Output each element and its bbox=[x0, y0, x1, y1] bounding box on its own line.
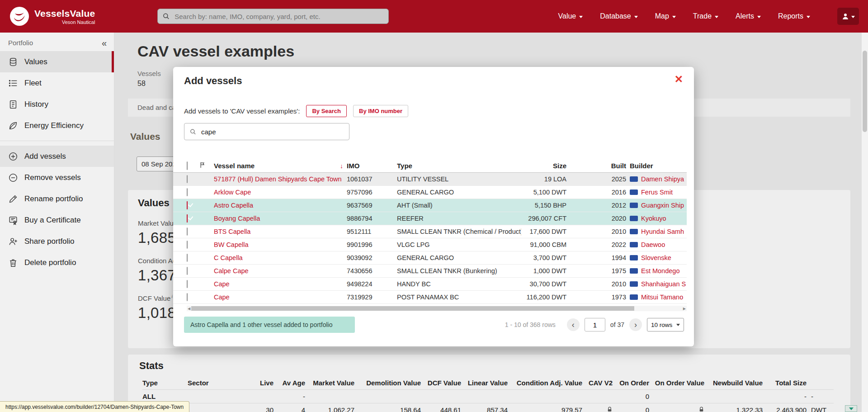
table-row[interactable]: Cape 7319929 POST PANAMAX BC 116,200 DWT… bbox=[173, 291, 687, 304]
builder-link[interactable]: Est Mondego bbox=[641, 267, 679, 275]
sidebar-item-buy-certificate[interactable]: Buy a Certificate bbox=[0, 209, 114, 231]
vessel-size: 5,150 BHP bbox=[521, 202, 566, 209]
builder-link[interactable]: Mitsui Tamano bbox=[641, 294, 683, 301]
builder-link[interactable]: Shanhaiguan S bbox=[641, 280, 686, 288]
horizontal-scrollbar-thumb[interactable] bbox=[191, 306, 634, 311]
sidebar-item-values[interactable]: Values bbox=[0, 51, 114, 72]
vessel-search-box[interactable] bbox=[184, 123, 349, 140]
select-all-checkbox[interactable] bbox=[187, 161, 188, 170]
builder-link[interactable]: Hyundai Samh bbox=[641, 228, 684, 235]
table-row[interactable]: C Capella 9039092 GENERAL CARGO 3,700 DW… bbox=[173, 251, 687, 265]
rows-per-page-select[interactable]: 10 rows bbox=[647, 318, 684, 331]
builder-flag-icon bbox=[630, 281, 638, 287]
vessel-imo: 1061037 bbox=[347, 175, 397, 183]
row-checkbox[interactable] bbox=[187, 188, 188, 196]
sidebar-item-remove-vessels[interactable]: Remove vessels bbox=[0, 167, 114, 188]
nav-reports[interactable]: Reports bbox=[778, 12, 810, 20]
horizontal-scrollbar[interactable]: ◀ ▶ bbox=[187, 306, 687, 311]
vessel-built: 1994 bbox=[566, 254, 630, 261]
vessel-name-link[interactable]: Arklow Cape bbox=[214, 189, 251, 196]
modal-title: Add vessels bbox=[184, 75, 242, 87]
builder-link[interactable]: Daewoo bbox=[641, 241, 665, 248]
nav-map[interactable]: Map bbox=[655, 12, 676, 20]
global-search[interactable] bbox=[157, 9, 389, 24]
vessel-name-link[interactable]: C Capella bbox=[214, 254, 243, 261]
nav-value[interactable]: Value bbox=[558, 12, 583, 20]
table-row[interactable]: BTS Capella 9512111 SMALL CLEAN TNKR (Ch… bbox=[173, 225, 687, 238]
builder-flag-icon bbox=[630, 294, 638, 300]
vessel-name-link[interactable]: BW Capella bbox=[214, 241, 249, 248]
vessel-name-link[interactable]: 571877 (Hull) Damen Shipyards Cape Town bbox=[214, 175, 342, 183]
nav-trade[interactable]: Trade bbox=[693, 12, 718, 20]
scroll-right-icon[interactable]: ▶ bbox=[682, 307, 687, 311]
sidebar-item-history[interactable]: History bbox=[0, 94, 114, 115]
close-icon[interactable]: ✕ bbox=[675, 73, 683, 85]
column-header-builder[interactable]: Builder bbox=[630, 162, 687, 170]
column-header-built[interactable]: Built bbox=[566, 162, 630, 170]
pagination-range: 1 - 10 of 368 rows bbox=[505, 321, 556, 328]
table-row[interactable]: Calpe Cape 7430656 SMALL CLEAN TNKR (Bun… bbox=[173, 265, 687, 278]
sidebar-item-rename-portfolio[interactable]: Rename portfolio bbox=[0, 188, 114, 209]
table-row[interactable]: Astro Capella 9637569 AHT (Small) 5,150 … bbox=[173, 199, 687, 212]
row-checkbox[interactable] bbox=[187, 227, 188, 236]
table-row[interactable]: Cape 9498224 HANDY BC 30,700 DWT 2010 Sh… bbox=[173, 278, 687, 291]
global-search-input[interactable] bbox=[174, 12, 383, 21]
values-icon bbox=[8, 57, 18, 67]
by-imo-number-button[interactable]: By IMO number bbox=[353, 105, 408, 117]
sidebar-item-add-vessels[interactable]: Add vessels bbox=[0, 146, 114, 167]
table-row[interactable]: Boyang Capella 9886794 REEFER 296,007 CF… bbox=[173, 212, 687, 225]
column-header-size[interactable]: Size bbox=[521, 162, 566, 170]
vessel-name-link[interactable]: Cape bbox=[214, 294, 230, 301]
builder-link[interactable]: Ferus Smit bbox=[641, 189, 673, 196]
column-header-imo[interactable]: IMO bbox=[347, 162, 397, 170]
row-checkbox[interactable] bbox=[187, 254, 188, 262]
table-row[interactable]: BW Capella 9901996 VLGC LPG 91,000 CBM 2… bbox=[173, 238, 687, 251]
vessel-imo: 9039092 bbox=[347, 254, 397, 261]
vessel-name-link[interactable]: Calpe Cape bbox=[214, 267, 249, 275]
vessel-name-link[interactable]: Cape bbox=[214, 280, 230, 288]
sidebar-item-share-portfolio[interactable]: Share portfolio bbox=[0, 231, 114, 252]
vessel-name-link[interactable]: BTS Capella bbox=[214, 228, 250, 235]
column-header-vessel-name[interactable]: Vessel name↓ bbox=[214, 162, 347, 170]
by-search-button[interactable]: By Search bbox=[306, 105, 347, 117]
vertical-scrollbar-thumb[interactable] bbox=[863, 51, 867, 132]
sidebar-title: Portfolio bbox=[8, 39, 33, 47]
row-checkbox[interactable] bbox=[187, 280, 188, 288]
next-page-button[interactable]: › bbox=[629, 318, 642, 331]
row-checkbox[interactable] bbox=[187, 201, 188, 209]
sort-desc-icon[interactable]: ↓ bbox=[340, 162, 343, 170]
builder-link[interactable]: Guangxin Ship bbox=[641, 202, 684, 209]
builder-link[interactable]: Slovenske bbox=[641, 254, 671, 261]
sidebar-item-fleet[interactable]: Fleet bbox=[0, 72, 114, 94]
vessel-search-input[interactable] bbox=[200, 128, 344, 136]
page-number-input[interactable] bbox=[585, 318, 605, 331]
column-header-type[interactable]: Type bbox=[397, 162, 521, 170]
scroll-left-icon[interactable]: ◀ bbox=[187, 307, 191, 311]
row-checkbox[interactable] bbox=[187, 175, 188, 183]
sidebar-item-label: Rename portfolio bbox=[24, 194, 83, 204]
builder-flag-icon bbox=[630, 216, 638, 221]
row-checkbox[interactable] bbox=[187, 241, 188, 249]
sidebar-item-delete-portfolio[interactable]: Delete portfolio bbox=[0, 252, 114, 273]
sidebar-item-energy-efficiency[interactable]: Energy Efficiency bbox=[0, 115, 114, 136]
nav-alerts[interactable]: Alerts bbox=[736, 12, 761, 20]
vertical-scrollbar[interactable] bbox=[862, 33, 868, 412]
row-checkbox[interactable] bbox=[187, 293, 188, 301]
builder-link[interactable]: Kyokuyo bbox=[641, 215, 666, 222]
table-row[interactable]: Arklow Cape 9757096 GENERAL CARGO 5,100 … bbox=[173, 186, 687, 199]
table-row[interactable]: 571877 (Hull) Damen Shipyards Cape Town … bbox=[173, 173, 687, 186]
vessel-name-link[interactable]: Astro Capella bbox=[214, 202, 253, 209]
nav-database[interactable]: Database bbox=[600, 12, 638, 20]
builder-link[interactable]: Damen Shipya bbox=[641, 175, 684, 183]
search-icon bbox=[190, 128, 196, 135]
prev-page-button[interactable]: ‹ bbox=[567, 318, 580, 331]
row-checkbox[interactable] bbox=[187, 214, 188, 223]
vessel-type: POST PANAMAX BC bbox=[397, 294, 521, 301]
sidebar-item-label: Delete portfolio bbox=[24, 258, 76, 267]
user-menu-button[interactable] bbox=[837, 8, 859, 25]
collapse-sidebar-icon[interactable]: « bbox=[102, 40, 107, 46]
vessel-type: GENERAL CARGO bbox=[397, 254, 521, 261]
row-checkbox[interactable] bbox=[187, 267, 188, 275]
brand-logo[interactable]: VesselsValue Veson Nautical bbox=[10, 7, 95, 26]
vessel-name-link[interactable]: Boyang Capella bbox=[214, 215, 260, 222]
